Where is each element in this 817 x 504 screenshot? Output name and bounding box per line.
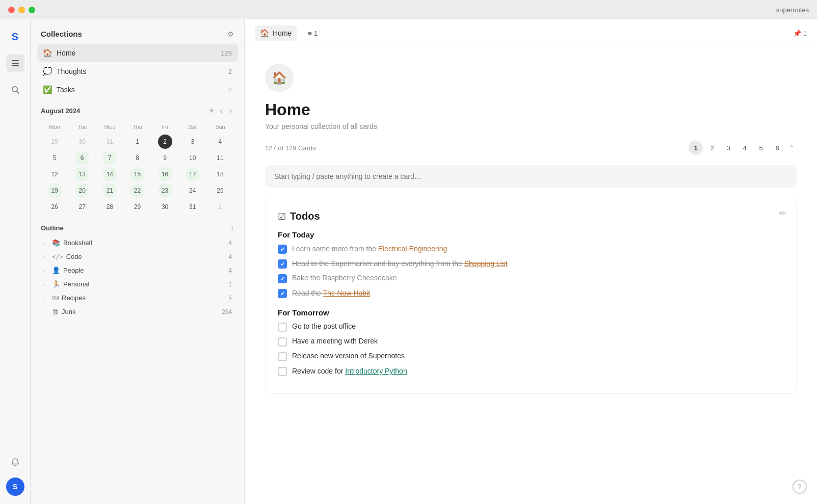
svg-rect-1 bbox=[12, 63, 19, 64]
cal-day[interactable]: 11 bbox=[213, 151, 227, 165]
cal-day[interactable]: 12 bbox=[47, 167, 62, 181]
page-btn-6[interactable]: 6 bbox=[770, 141, 784, 155]
cal-day[interactable]: 22 bbox=[130, 183, 144, 198]
cal-day[interactable]: 26 bbox=[47, 200, 62, 214]
checkbox-checked[interactable] bbox=[278, 289, 287, 298]
tab-home[interactable]: 🏠 Home bbox=[255, 25, 297, 41]
personal-count: 1 bbox=[228, 281, 232, 288]
cal-day[interactable]: 7 bbox=[102, 151, 117, 165]
cal-day[interactable]: 1 bbox=[213, 200, 227, 214]
cal-day[interactable]: 23 bbox=[158, 183, 172, 198]
checkbox-checked[interactable] bbox=[278, 274, 287, 283]
edit-button[interactable]: ✏ bbox=[779, 208, 786, 218]
cal-day[interactable]: 25 bbox=[213, 183, 227, 198]
create-card-input[interactable] bbox=[265, 165, 797, 188]
cal-day[interactable]: 29 bbox=[130, 200, 144, 214]
cal-day[interactable]: 15 bbox=[130, 167, 144, 181]
checkbox-empty[interactable] bbox=[278, 323, 287, 332]
outline-item-code[interactable]: › </> Code 4 bbox=[41, 250, 234, 263]
maximize-button[interactable] bbox=[29, 7, 35, 13]
page-btn-2[interactable]: 2 bbox=[705, 141, 719, 155]
cal-day[interactable]: 10 bbox=[186, 151, 200, 165]
topbar-left: 🏠 Home ≡ 1 bbox=[255, 25, 323, 41]
cal-day[interactable]: 28 bbox=[102, 200, 117, 214]
nav-icon-bell[interactable] bbox=[6, 453, 24, 471]
outline-section: Outline ↕ › 📚 Bookshelf 4 › </> Code 4 bbox=[37, 216, 238, 319]
cal-day[interactable]: 24 bbox=[186, 183, 200, 198]
cal-week-3: 12 13 14 15 16 17 18 bbox=[41, 167, 234, 182]
cal-day[interactable]: 8 bbox=[130, 151, 144, 165]
outline-item-personal[interactable]: › 🏃 Personal 1 bbox=[41, 277, 234, 291]
checkbox-checked[interactable] bbox=[278, 259, 287, 269]
sidebar-item-tasks[interactable]: ✅ Tasks 2 bbox=[37, 81, 238, 98]
outline-item-junk[interactable]: 🗑 Junk 264 bbox=[41, 305, 234, 319]
personal-label: Personal bbox=[63, 280, 89, 288]
thoughts-label: Thoughts bbox=[57, 67, 86, 75]
chevron-icon: › bbox=[43, 254, 49, 260]
cal-day[interactable]: 21 bbox=[102, 183, 117, 198]
outline-item-bookshelf[interactable]: › 📚 Bookshelf 4 bbox=[41, 236, 234, 250]
cal-day[interactable]: 20 bbox=[75, 183, 89, 198]
outline-header: Outline ↕ bbox=[41, 224, 234, 232]
todo-text: Head to the Supermarket and buy everythi… bbox=[292, 259, 508, 268]
pagination: 1 2 3 4 5 6 ⌃ bbox=[689, 141, 797, 155]
chevron-icon: › bbox=[43, 295, 49, 301]
checkbox-checked[interactable] bbox=[278, 245, 287, 254]
todo-text: Review code for Introductory Python bbox=[292, 366, 407, 376]
calendar-prev[interactable]: ‹ bbox=[218, 105, 225, 116]
outline-sort-icon[interactable]: ↕ bbox=[230, 224, 234, 232]
calendar-header: August 2024 ☀ ‹ › bbox=[41, 105, 234, 116]
sidebar-settings-icon[interactable]: ⚙ bbox=[227, 30, 234, 38]
cal-day[interactable]: 14 bbox=[102, 167, 117, 181]
cal-day[interactable]: 4 bbox=[213, 135, 227, 149]
close-button[interactable] bbox=[8, 7, 15, 13]
page-icon: 🏠 bbox=[265, 64, 294, 92]
user-avatar[interactable]: S bbox=[6, 478, 24, 496]
nav-icon-search[interactable] bbox=[6, 81, 24, 99]
calendar-next[interactable]: › bbox=[227, 105, 234, 116]
sidebar-item-home[interactable]: 🏠 Home 129 bbox=[37, 44, 238, 62]
cal-day[interactable]: 5 bbox=[47, 151, 62, 165]
page-btn-4[interactable]: 4 bbox=[737, 141, 752, 155]
checkbox-empty[interactable] bbox=[278, 367, 287, 376]
outline-item-recipes[interactable]: › 🍽 Recipes 5 bbox=[41, 291, 234, 305]
pagination-collapse[interactable]: ⌃ bbox=[786, 142, 797, 154]
filter-count: 1 bbox=[314, 30, 318, 37]
page-btn-1[interactable]: 1 bbox=[689, 141, 703, 155]
page-btn-5[interactable]: 5 bbox=[754, 141, 768, 155]
outline-item-people[interactable]: › 👤 People 4 bbox=[41, 263, 234, 277]
checkbox-empty[interactable] bbox=[278, 337, 287, 347]
cal-day[interactable]: 18 bbox=[213, 167, 227, 181]
chevron-icon: › bbox=[43, 281, 49, 287]
cal-day[interactable]: 19 bbox=[47, 183, 62, 198]
page-btn-3[interactable]: 3 bbox=[721, 141, 735, 155]
todo-item-6: Have a meeting with Derek bbox=[278, 337, 784, 347]
checkbox-empty[interactable] bbox=[278, 352, 287, 361]
cal-day[interactable]: 3 bbox=[186, 135, 200, 149]
cal-day[interactable]: 6 bbox=[75, 151, 89, 165]
svg-rect-0 bbox=[12, 60, 19, 61]
sidebar-item-thoughts[interactable]: 💭 Thoughts 2 bbox=[37, 63, 238, 80]
cal-day-today[interactable]: 2 bbox=[158, 135, 172, 149]
cal-day[interactable]: 17 bbox=[186, 167, 200, 181]
cal-day[interactable]: 29 bbox=[47, 135, 62, 149]
cal-day[interactable]: 30 bbox=[75, 135, 89, 149]
todo-item-4: Read the The Now Habit bbox=[278, 288, 784, 298]
filter-button[interactable]: ≡ 1 bbox=[303, 26, 323, 40]
traffic-lights bbox=[8, 7, 35, 13]
todos-icon: ☑ bbox=[278, 211, 286, 222]
cal-day[interactable]: 30 bbox=[158, 200, 172, 214]
cal-day[interactable]: 31 bbox=[102, 135, 117, 149]
pin-button[interactable]: 📌 1 bbox=[793, 30, 807, 37]
cal-day[interactable]: 31 bbox=[186, 200, 200, 214]
minimize-button[interactable] bbox=[18, 7, 25, 13]
cal-day[interactable]: 1 bbox=[130, 135, 144, 149]
cal-day[interactable]: 16 bbox=[158, 167, 172, 181]
home-label: Home bbox=[57, 49, 75, 57]
nav-icon-list[interactable] bbox=[6, 54, 24, 72]
cal-day[interactable]: 27 bbox=[75, 200, 89, 214]
cal-day[interactable]: 13 bbox=[75, 167, 89, 181]
main-content: 🏠 Home ≡ 1 📌 1 🏠 Home Yo bbox=[245, 19, 817, 504]
help-button[interactable]: ? bbox=[793, 480, 807, 494]
cal-day[interactable]: 9 bbox=[158, 151, 172, 165]
